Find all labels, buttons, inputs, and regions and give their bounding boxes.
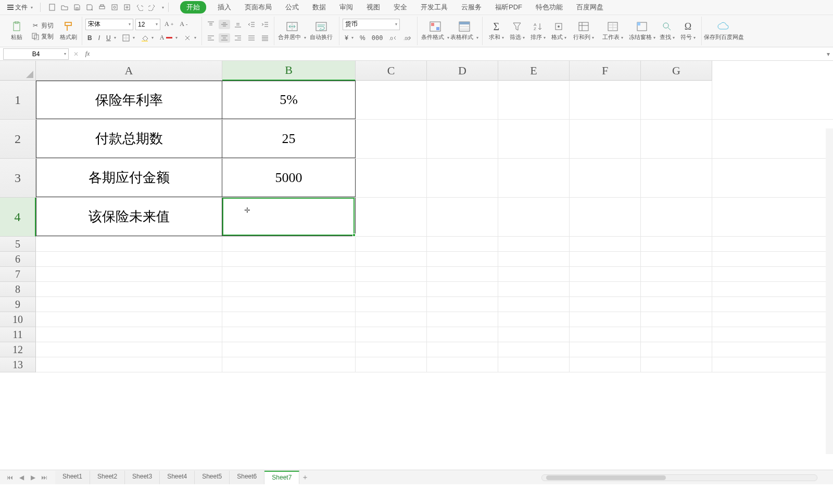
table-style-button[interactable]: 表格样式 ▾: [450, 17, 479, 45]
cell[interactable]: [36, 297, 222, 312]
cell-B2[interactable]: 25: [222, 120, 356, 158]
cell[interactable]: [36, 357, 222, 372]
name-box[interactable]: B4 ▾: [3, 48, 69, 60]
cell-B1[interactable]: 5%: [222, 81, 356, 119]
column-header-A[interactable]: A: [36, 61, 222, 81]
align-center-button[interactable]: [219, 33, 230, 43]
cell[interactable]: [356, 297, 427, 312]
cell[interactable]: [36, 312, 222, 327]
cell-F3[interactable]: [570, 159, 641, 197]
bold-button[interactable]: B: [85, 33, 94, 43]
cell-E3[interactable]: [498, 159, 570, 197]
cell[interactable]: [222, 297, 356, 312]
cell[interactable]: [222, 327, 356, 342]
font-size-dropdown[interactable]: 12▾: [135, 19, 160, 30]
cell[interactable]: [356, 327, 427, 342]
conditional-format-button[interactable]: 条件格式 ▾: [421, 17, 450, 45]
align-left-button[interactable]: [205, 33, 217, 43]
row-header-5[interactable]: 5: [0, 237, 36, 252]
row-header-4[interactable]: 4: [0, 198, 36, 237]
cell[interactable]: [427, 267, 498, 281]
filter-button[interactable]: 筛选▾: [507, 17, 527, 45]
cell[interactable]: [356, 237, 427, 251]
first-sheet-button[interactable]: ⏮: [6, 474, 14, 481]
format-button[interactable]: 格式▾: [548, 17, 569, 45]
underline-button[interactable]: U▾: [104, 33, 118, 43]
row-header-1[interactable]: 1: [0, 81, 36, 120]
open-icon[interactable]: [60, 3, 69, 11]
cell[interactable]: [498, 312, 570, 327]
ribbon-tab-开始[interactable]: 开始: [180, 1, 206, 14]
ribbon-tab-安全[interactable]: 安全: [392, 1, 409, 14]
cell-F4[interactable]: [570, 198, 641, 236]
column-header-C[interactable]: C: [356, 61, 427, 81]
add-sheet-button[interactable]: ＋: [299, 473, 311, 482]
font-color-button[interactable]: A▾: [158, 33, 180, 43]
undo-icon[interactable]: [135, 3, 144, 11]
percent-button[interactable]: %: [358, 33, 368, 43]
cell-A2[interactable]: 付款总期数: [36, 120, 222, 158]
ribbon-tab-开发工具[interactable]: 开发工具: [419, 1, 450, 14]
ribbon-tab-百度网盘[interactable]: 百度网盘: [574, 1, 605, 14]
cell[interactable]: [356, 312, 427, 327]
find-button[interactable]: 查找▾: [657, 17, 677, 45]
next-sheet-button[interactable]: ▶: [29, 474, 36, 481]
cell-E4[interactable]: [498, 198, 570, 236]
rowcol-button[interactable]: 行和列▾: [569, 17, 598, 45]
cell[interactable]: [570, 357, 641, 372]
cell[interactable]: [570, 297, 641, 312]
row-header-13[interactable]: 13: [0, 357, 36, 372]
column-header-B[interactable]: B: [222, 61, 356, 81]
cell[interactable]: [570, 312, 641, 327]
sheet-tab-Sheet2[interactable]: Sheet2: [90, 471, 125, 484]
row-header-10[interactable]: 10: [0, 312, 36, 327]
cell-C4[interactable]: [356, 198, 427, 236]
cell[interactable]: [222, 237, 356, 251]
cell[interactable]: [641, 327, 712, 342]
cell[interactable]: [222, 282, 356, 296]
cell[interactable]: [498, 327, 570, 342]
cell[interactable]: [427, 282, 498, 296]
comma-style-button[interactable]: 000: [370, 33, 385, 43]
cell[interactable]: [222, 312, 356, 327]
cell-C2[interactable]: [356, 120, 427, 158]
number-format-dropdown[interactable]: 货币▾: [343, 19, 400, 30]
cell[interactable]: [356, 252, 427, 266]
prev-sheet-button[interactable]: ◀: [18, 474, 25, 481]
column-header-F[interactable]: F: [570, 61, 641, 81]
row-header-12[interactable]: 12: [0, 342, 36, 357]
cell[interactable]: [498, 297, 570, 312]
cell-D2[interactable]: [427, 120, 498, 158]
cell-F2[interactable]: [570, 120, 641, 158]
cell[interactable]: [36, 267, 222, 281]
cell-C3[interactable]: [356, 159, 427, 197]
cell[interactable]: [222, 357, 356, 372]
align-middle-button[interactable]: [219, 20, 230, 29]
increase-decimal-button[interactable]: .0: [387, 34, 399, 42]
save-as-icon[interactable]: [85, 3, 94, 11]
cancel-fx-icon[interactable]: ✕: [72, 50, 80, 58]
sheet-tab-Sheet5[interactable]: Sheet5: [195, 471, 230, 484]
horizontal-scrollbar[interactable]: [541, 474, 817, 481]
row-header-11[interactable]: 11: [0, 327, 36, 342]
cell-D4[interactable]: [427, 198, 498, 236]
currency-button[interactable]: ¥▾: [343, 33, 356, 43]
sheet-tab-Sheet6[interactable]: Sheet6: [230, 471, 264, 484]
last-sheet-button[interactable]: ⏭: [41, 474, 48, 481]
sheet-tab-Sheet4[interactable]: Sheet4: [160, 471, 195, 484]
export-icon[interactable]: [123, 3, 131, 11]
cell[interactable]: [427, 312, 498, 327]
cell[interactable]: [498, 252, 570, 266]
cell[interactable]: [498, 282, 570, 296]
new-icon[interactable]: [48, 3, 56, 11]
expand-formula-bar-button[interactable]: ▾: [824, 50, 833, 58]
qat-more-icon[interactable]: ▾: [162, 5, 164, 10]
cell[interactable]: [498, 267, 570, 281]
cell[interactable]: [36, 237, 222, 251]
wrap-text-button[interactable]: 自动换行: [307, 17, 336, 45]
cell-F1[interactable]: [570, 81, 641, 119]
clear-format-button[interactable]: ▾: [182, 33, 198, 43]
file-menu[interactable]: 文件 ▾: [4, 2, 36, 13]
borders-button[interactable]: ▾: [120, 33, 137, 43]
cell[interactable]: [36, 282, 222, 296]
